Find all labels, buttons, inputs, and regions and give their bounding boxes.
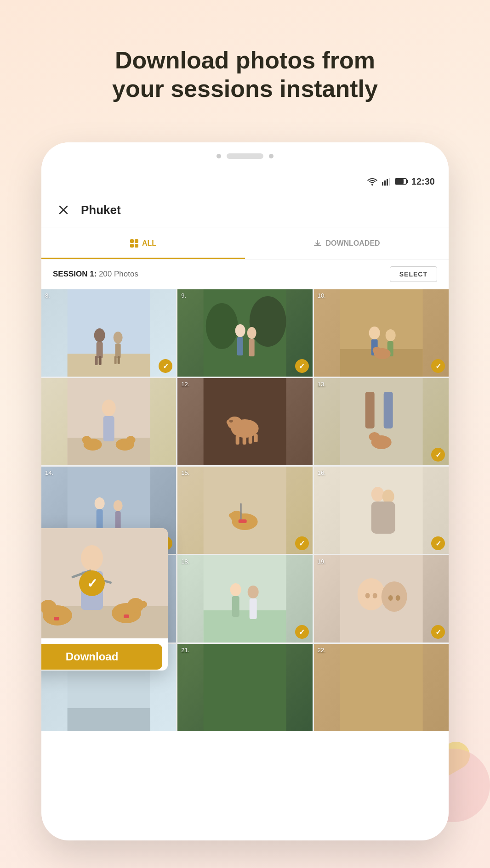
svg-rect-32 bbox=[68, 438, 150, 465]
svg-rect-67 bbox=[239, 519, 247, 523]
svg-rect-9 bbox=[97, 342, 103, 358]
photo-cell-21[interactable]: 21. bbox=[177, 644, 312, 731]
svg-point-8 bbox=[94, 328, 105, 342]
svg-rect-62 bbox=[204, 467, 286, 554]
svg-rect-47 bbox=[254, 434, 258, 442]
photo-cell-22[interactable]: 22. bbox=[314, 644, 449, 731]
svg-rect-78 bbox=[204, 610, 286, 643]
svg-rect-93 bbox=[340, 644, 422, 731]
photo-19-content bbox=[314, 555, 449, 643]
session-count: 200 Photos bbox=[99, 270, 138, 278]
tab-downloaded[interactable]: DOWNLOADED bbox=[245, 227, 449, 259]
session-header: SESSION 1: 200 Photos SELECT bbox=[41, 259, 449, 289]
photo-number-21: 21. bbox=[181, 647, 189, 654]
svg-rect-50 bbox=[383, 392, 393, 428]
photo-number-19: 19. bbox=[318, 558, 326, 565]
photo-8-content bbox=[41, 289, 176, 377]
photo-check-19 bbox=[431, 625, 445, 639]
svg-point-36 bbox=[82, 436, 91, 444]
svg-rect-107 bbox=[124, 614, 129, 618]
svg-point-65 bbox=[229, 513, 235, 518]
svg-point-43 bbox=[229, 420, 233, 423]
svg-rect-48 bbox=[340, 378, 422, 465]
battery-icon bbox=[395, 178, 407, 185]
svg-rect-22 bbox=[249, 339, 255, 356]
photo-12-content bbox=[177, 378, 312, 465]
phone-top-bar bbox=[41, 142, 449, 170]
tab-downloaded-label: DOWNLOADED bbox=[325, 239, 380, 248]
svg-rect-20 bbox=[237, 337, 243, 355]
tabs-bar: ALL DOWNLOADED bbox=[41, 227, 449, 259]
photo-number-22: 22. bbox=[318, 647, 326, 654]
svg-rect-15 bbox=[118, 356, 120, 364]
wifi-icon bbox=[367, 177, 377, 186]
svg-point-17 bbox=[206, 303, 238, 349]
svg-point-30 bbox=[372, 347, 381, 354]
svg-rect-103 bbox=[54, 617, 59, 620]
session-label: SESSION 1: bbox=[53, 270, 97, 278]
photo-11-content bbox=[41, 378, 176, 465]
status-bar: 12:30 bbox=[41, 170, 449, 193]
photo-number-13: 13. bbox=[318, 381, 326, 388]
tab-all-label: ALL bbox=[142, 239, 156, 248]
svg-rect-2 bbox=[387, 179, 388, 186]
download-small-icon bbox=[313, 239, 322, 248]
status-time: 12:30 bbox=[411, 176, 435, 187]
grid-icon bbox=[130, 239, 138, 248]
photo-number-12: 12. bbox=[181, 381, 189, 388]
photo-22-content bbox=[314, 644, 449, 731]
svg-rect-80 bbox=[232, 596, 239, 617]
photo-cell-11[interactable] bbox=[41, 378, 176, 465]
photo-cell-19[interactable]: 19. bbox=[314, 555, 449, 643]
photo-10-content bbox=[314, 289, 449, 377]
photo-15-content bbox=[177, 467, 312, 554]
photo-cell-9[interactable]: 9. bbox=[177, 289, 312, 377]
svg-point-70 bbox=[382, 490, 394, 503]
photo-number-8: 8. bbox=[45, 292, 50, 299]
photo-check-10 bbox=[431, 359, 445, 373]
photo-cell-8[interactable]: 8. bbox=[41, 289, 176, 377]
photo-13-content bbox=[314, 378, 449, 465]
photo-18-content bbox=[177, 555, 312, 643]
page-title: Download photos from your sessions insta… bbox=[0, 46, 490, 103]
photo-cell-16[interactable]: 16. bbox=[314, 467, 449, 554]
svg-point-52 bbox=[369, 432, 380, 441]
svg-rect-92 bbox=[204, 644, 286, 731]
svg-rect-7 bbox=[68, 354, 150, 377]
svg-rect-1 bbox=[384, 180, 386, 186]
photo-21-content bbox=[177, 644, 312, 731]
svg-rect-34 bbox=[103, 416, 114, 441]
svg-point-33 bbox=[102, 400, 116, 416]
session-info: SESSION 1: 200 Photos bbox=[53, 270, 138, 279]
svg-rect-11 bbox=[99, 356, 102, 365]
close-button[interactable] bbox=[55, 202, 72, 218]
photo-cell-10[interactable]: 10. bbox=[314, 289, 449, 377]
photo-number-15: 15. bbox=[181, 469, 189, 476]
photo-number-18: 18. bbox=[181, 558, 189, 565]
tab-all[interactable]: ALL bbox=[41, 227, 245, 259]
svg-point-84 bbox=[357, 578, 385, 610]
svg-point-87 bbox=[372, 593, 377, 598]
svg-point-58 bbox=[114, 500, 123, 511]
overlay-photo bbox=[41, 528, 168, 638]
photo-9-content bbox=[177, 289, 312, 377]
photo-cell-13[interactable]: 13. bbox=[314, 378, 449, 465]
photo-cell-18[interactable]: 18. bbox=[177, 555, 312, 643]
select-button[interactable]: SELECT bbox=[390, 266, 437, 282]
photo-number-9: 9. bbox=[181, 292, 186, 299]
svg-point-27 bbox=[385, 329, 395, 341]
svg-rect-66 bbox=[240, 503, 242, 522]
photo-overlay: Download bbox=[41, 528, 168, 671]
app-header: Phuket bbox=[41, 193, 449, 227]
album-title: Phuket bbox=[81, 203, 121, 217]
photo-number-16: 16. bbox=[318, 469, 326, 476]
phone-dot-1 bbox=[217, 154, 221, 158]
svg-point-12 bbox=[114, 332, 123, 344]
svg-point-25 bbox=[369, 327, 380, 339]
photo-cell-15[interactable]: 15. bbox=[177, 467, 312, 554]
download-button[interactable]: Download bbox=[41, 644, 162, 670]
photo-check-16 bbox=[431, 536, 445, 550]
photo-cell-12[interactable]: 12. bbox=[177, 378, 312, 465]
svg-point-85 bbox=[381, 581, 407, 612]
svg-point-19 bbox=[235, 324, 245, 337]
